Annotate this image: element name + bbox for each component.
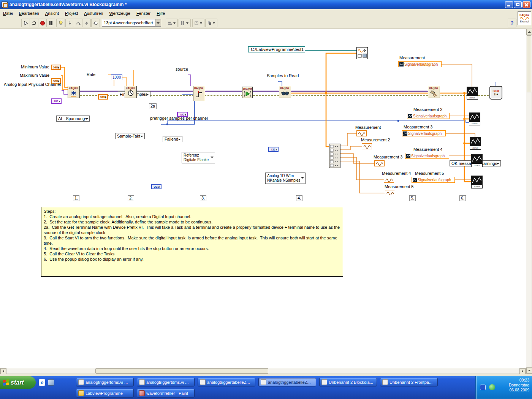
context-help-button[interactable]: ? xyxy=(508,19,516,27)
menu-fenster[interactable]: Fenster xyxy=(133,10,154,17)
flag-text: 2a xyxy=(150,104,155,108)
scroll-right-button[interactable] xyxy=(519,368,526,374)
graph-ref-measurement2[interactable]: Signalverlaufsgraph xyxy=(407,113,450,119)
minimum-value-terminal[interactable]: DBL xyxy=(51,65,61,70)
steps-line: 2a. Call the Get Terminal Name with Devi… xyxy=(44,225,340,235)
vertical-scrollbar[interactable] xyxy=(526,28,532,374)
graph-ref-measurement[interactable]: Signalverlaufsgraph xyxy=(398,61,442,67)
graph-ref-measurement3[interactable]: Signalverlaufsgraph xyxy=(402,130,446,136)
highlight-execution-button[interactable] xyxy=(56,19,65,27)
scroll-down-button[interactable] xyxy=(526,367,532,374)
trigger-type-ring[interactable]: Referenz Digitale Flanke xyxy=(182,152,215,163)
align-objects-button[interactable] xyxy=(166,19,178,27)
daqmx-trigger-node[interactable]: DAQmx xyxy=(193,86,205,101)
step-into-button[interactable] xyxy=(65,19,74,27)
samples-constant[interactable]: 1000 xyxy=(111,74,122,80)
horizontal-scrollbar[interactable] xyxy=(0,368,526,374)
task-label: analogtriggertdms.vi ... xyxy=(86,380,128,385)
minimize-button[interactable] xyxy=(505,1,513,8)
pause-icon xyxy=(49,21,52,25)
daqmx-timing-node[interactable]: DAQmx xyxy=(125,86,137,98)
task-analogtriggertdms-2[interactable]: analogtriggertdms.vi ... xyxy=(137,378,195,386)
wfm-terminal-5[interactable] xyxy=(385,190,395,196)
read-type-ring[interactable]: Analog 1D Wfm NKanäle NSamples xyxy=(265,173,306,184)
task-unbenannt-blockdiagramm[interactable]: Unbenannt 2 Blockdia... xyxy=(319,378,377,386)
graph-ref-measurement4[interactable]: Signalverlaufsgraph xyxy=(405,153,449,159)
file-path-constant[interactable]: C:\LabviewProgramme\test1 xyxy=(248,46,305,52)
step-out-button[interactable] xyxy=(82,19,91,27)
waveform-chart-terminal-5[interactable]: cursor xyxy=(471,176,483,188)
task-labviewprogramme-folder[interactable]: LabviewProgramme xyxy=(76,389,134,397)
vertical-scroll-thumb[interactable] xyxy=(527,35,531,92)
show-desktop-icon[interactable] xyxy=(48,379,54,386)
start-label: start xyxy=(11,379,24,386)
step-over-button[interactable] xyxy=(74,19,82,27)
wfm-terminal-2[interactable] xyxy=(362,143,372,149)
run-button[interactable] xyxy=(21,19,30,27)
menu-ausfuehren[interactable]: Ausführen xyxy=(81,10,106,17)
waveform-chart-terminal-3[interactable]: cursor xyxy=(470,137,481,150)
write-waveform-file-node[interactable] xyxy=(356,47,368,59)
retain-wire-values-button[interactable] xyxy=(91,19,100,27)
waveform-chart-terminal-2[interactable]: cursor xyxy=(469,112,480,125)
start-button[interactable]: start xyxy=(0,376,36,389)
resize-objects-button[interactable] xyxy=(192,19,204,27)
index-array-node[interactable] xyxy=(329,144,340,168)
vi-icon[interactable]: DAQmx Exampl xyxy=(518,11,531,25)
step-flag-6: 6. xyxy=(459,195,466,201)
task-label: LabviewProgramme xyxy=(86,391,123,396)
physical-channel-terminal[interactable]: I/O xyxy=(51,98,62,104)
rate-terminal[interactable]: DBL xyxy=(98,94,108,100)
clock-date: 06.08.2009 xyxy=(509,388,529,393)
menu-werkzeuge[interactable]: Werkzeuge xyxy=(106,10,133,17)
horizontal-scroll-thumb[interactable] xyxy=(95,368,268,374)
abort-button[interactable] xyxy=(38,19,47,27)
simple-error-handler-node[interactable]: Error ?!+ xyxy=(489,86,502,100)
maximum-value-label: Maximum Value xyxy=(17,73,49,78)
font-selector[interactable]: 13pt Anwendungsschriftart xyxy=(102,19,161,27)
daqmx-clear-node[interactable]: DAQmx xyxy=(428,86,440,98)
waveform-chart-terminal-1[interactable]: cursor xyxy=(467,87,478,100)
task-analogtriggertabelle-1[interactable]: analogtriggertabelleZ... xyxy=(198,378,255,386)
clock-type-ring[interactable]: Sample-Takt xyxy=(115,133,145,139)
wfm-terminal-1[interactable] xyxy=(356,130,367,136)
tray-status-icon[interactable] xyxy=(489,384,495,390)
labview-task-icon xyxy=(78,379,84,385)
clock[interactable]: 09:23 Donnerstag 06.08.2009 xyxy=(509,378,529,393)
distribute-objects-button[interactable] xyxy=(179,19,191,27)
daqmx-create-channel-node[interactable]: DAQmx xyxy=(68,86,80,98)
reorder-objects-button[interactable] xyxy=(205,19,217,27)
graph-ref-text: Signalverlaufsgraph xyxy=(411,154,445,158)
wfm-terminal-3[interactable] xyxy=(374,160,385,166)
samples-to-read-terminal[interactable]: I32 xyxy=(268,147,279,152)
tray-help-icon[interactable] xyxy=(480,385,486,390)
daqmx-read-node[interactable]: DAQmx xyxy=(279,86,291,98)
menu-ansicht[interactable]: Ansicht xyxy=(42,10,62,17)
task-analogtriggertdms-1[interactable]: analogtriggertdms.vi ... xyxy=(76,378,134,386)
labview-task-icon xyxy=(139,379,145,385)
menu-hilfe[interactable]: Hilfe xyxy=(154,10,168,17)
close-button[interactable] xyxy=(522,1,530,8)
menu-bearbeiten[interactable]: Bearbeiten xyxy=(16,10,42,17)
ie-quicklaunch-icon[interactable]: e xyxy=(39,379,45,386)
menu-datei[interactable]: Datei xyxy=(0,10,16,17)
run-continuously-button[interactable] xyxy=(30,19,38,27)
task-unbenannt-frontpanel[interactable]: Unbenannt 2 Frontpa... xyxy=(380,378,438,386)
daqmx-start-node[interactable]: DAQmx xyxy=(242,87,253,98)
scroll-left-button[interactable] xyxy=(0,368,6,374)
channel-type-ring[interactable]: AI - Spannung xyxy=(56,116,90,122)
task-paint[interactable]: waveformfehler - Paint xyxy=(137,389,195,397)
menu-projekt[interactable]: Projekt xyxy=(62,10,81,17)
step-over-icon xyxy=(76,21,81,25)
font-selector-value: 13pt Anwendungsschriftart xyxy=(102,21,155,25)
restore-button[interactable] xyxy=(514,1,522,8)
scroll-up-button[interactable] xyxy=(526,29,532,35)
pause-button[interactable] xyxy=(46,19,55,27)
wfm-terminal-4[interactable] xyxy=(384,177,394,183)
pretrigger-terminal[interactable]: U32 xyxy=(151,184,162,189)
edge-ring[interactable]: Fallend xyxy=(163,136,182,142)
ring-value-line2: Digitale Flanke xyxy=(184,158,209,162)
task-analogtriggertabelle-2-active[interactable]: analogtriggertabelleZ... xyxy=(258,378,316,386)
waveform-chart-terminal-4[interactable]: cursor xyxy=(471,154,483,167)
graph-ref-measurement5[interactable]: Signalverlaufsgraph xyxy=(412,177,455,183)
